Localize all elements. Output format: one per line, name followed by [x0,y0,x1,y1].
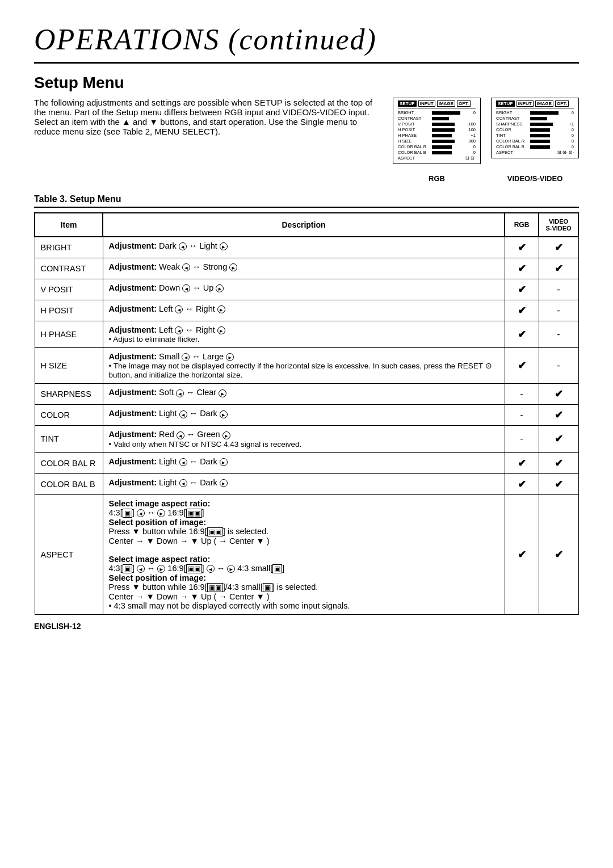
table-row: CONTRAST Adjustment: Weak ◄ ↔ Strong ► ✔… [35,258,578,279]
val-sharpness-sv: +1 [562,121,574,127]
aspect-169-icon: ▣▣ [186,509,202,518]
menu-row-colorbalb-sv: COLOR BAL B 0 [496,144,574,149]
rgb-label: RGB [393,174,481,183]
svideo-colorbalb: ✔ [539,473,578,494]
item-tint: TINT [35,426,103,452]
bar-hposit-rgb [432,128,455,132]
right-btn3: ► [227,565,235,573]
val-hposit-rgb: 100 [464,127,476,132]
rgb-menu-header: SETUP INPUT IMAGE OPT. [398,100,476,108]
left-btn2: ◄ [137,565,145,573]
bar-hphase-rgb [432,134,452,137]
left-btn: ◄ [179,410,187,418]
aspect-sv-pos-text: Press ▼ button while 16:9[▣▣]/4:3 small[… [109,582,318,592]
label-tint-sv: TINT [496,133,530,138]
svideo-label: VIDEO/S-VIDEO [491,174,579,183]
svideo-hsize: - [539,348,578,384]
right-btn: ► [220,479,228,487]
bar-colorbalr-rgb [432,145,452,149]
rgb-vposit: ✔ [505,279,539,300]
label-colorbalb-rgb: COLOR BAL B [398,150,432,155]
item-hsize: H SIZE [35,348,103,384]
intro-area: The following adjustments and settings a… [34,98,579,183]
desc-hsize: Adjustment: Small ◄ ↔ Large ► • The imag… [103,348,505,384]
left-btn: ◄ [179,479,187,487]
svideo-tint: ✔ [539,426,578,452]
bar-contrast-sv [530,117,547,120]
hphase-sub: • Adjust to eliminate flicker. [109,335,200,343]
menu-row-aspect-rgb: ASPECT ⊡ ⊡· [398,156,476,161]
bar-tint-sv [530,134,550,137]
item-sharpness: SHARPNESS [35,384,103,405]
svideo-menu-header: SETUP INPUT IMAGE OPT. [496,100,574,108]
left-btn3: ◄ [207,565,215,573]
val-colorbalr-sv: 0 [562,139,574,144]
menu-row-color-sv: COLOR 0 [496,127,574,132]
label-colorbalb-sv: COLOR BAL B [496,144,530,149]
label-aspect-rgb: ASPECT [398,156,432,161]
desc-tint: Adjustment: Red ◄ ↔ Green ► • Valid only… [103,426,505,452]
label-color-sv: COLOR [496,127,530,132]
left-btn: ◄ [137,509,145,517]
table-row: H PHASE Adjustment: Left ◄ ↔ Right ► • A… [35,321,578,348]
svideo-sharpness: ✔ [539,384,578,405]
table-title: Table 3. Setup Menu [34,194,579,208]
table-row: SHARPNESS Adjustment: Soft ◄ ↔ Clear ► -… [35,384,578,405]
menu-labels: RGB VIDEO/S-VIDEO [393,174,579,183]
table-row: ASPECT Select image aspect ratio: 4:3[▣]… [35,494,578,615]
right-btn: ► [157,509,165,517]
left-btn: ◄ [177,431,184,439]
page-title: OPERATIONS (continued) [34,23,579,56]
rgb-menu-box: SETUP INPUT IMAGE OPT. BRIGHT 0 CONTRAST… [393,98,481,164]
right-btn: ► [217,326,225,334]
menu-row-colorbalb-rgb: COLOR BAL B 0 [398,150,476,155]
tab-opt-rgb: OPT. [457,100,471,107]
svideo-aspect: ✔ [539,494,578,615]
menu-images-row: SETUP INPUT IMAGE OPT. BRIGHT 0 CONTRAST… [393,98,579,164]
label-colorbalr-sv: COLOR BAL R [496,139,530,144]
tab-setup-sv: SETUP [496,100,515,107]
svideo-hposit: - [539,300,578,321]
aspect-169b-icon: ▣▣ [186,564,202,573]
rgb-hposit: ✔ [505,300,539,321]
intro-text: The following adjustments and settings a… [34,98,376,136]
col-header-svideo: VIDEOS-VIDEO [539,213,578,237]
left-btn: ◄ [182,353,190,361]
hsize-sub: • The image may not be displayed correct… [109,362,492,379]
aspect-rgb-pos-text: Press ▼ button while 16:9[▣▣] is selecte… [109,527,269,536]
right-btn: ► [219,389,226,397]
left-btn: ◄ [182,284,190,292]
aspect-sv-note: • 4:3 small may not be displayed correct… [109,601,350,610]
desc-hphase: Adjustment: Left ◄ ↔ Right ► • Adjust to… [103,321,505,348]
menu-row-aspect-sv: ASPECT ⊡ ⊡· ⊡· [496,150,574,155]
desc-aspect: Select image aspect ratio: 4:3[▣] ◄ ↔ ► … [103,494,505,615]
item-colorbalb: COLOR BAL B [35,473,103,494]
desc-color: Adjustment: Light ◄ ↔ Dark ► [103,405,505,426]
table-row: BRIGHT Adjustment: Dark ◄ ↔ Light ► ✔ ✔ [35,237,578,258]
label-contrast-sv: CONTRAST [496,116,530,121]
bar-colorbalr-sv [530,140,550,143]
item-hphase: H PHASE [35,321,103,348]
bar-contrast-rgb [432,117,449,120]
svideo-color: ✔ [539,405,578,426]
table-row: H SIZE Adjustment: Small ◄ ↔ Large ► • T… [35,348,578,384]
right-btn: ► [217,305,225,313]
desc-vposit: Adjustment: Down ◄ ↔ Up ► [103,279,505,300]
tab-opt-sv: OPT. [555,100,569,107]
desc-sharpness: Adjustment: Soft ◄ ↔ Clear ► [103,384,505,405]
svideo-menu-box: SETUP INPUT IMAGE OPT. BRIGHT 0 CONTRAST… [491,98,579,158]
left-btn: ◄ [175,326,183,334]
rgb-tint: - [505,426,539,452]
label-colorbalr-rgb: COLOR BAL R [398,144,432,149]
item-hposit: H POSIT [35,300,103,321]
right-btn2: ► [157,565,165,573]
left-btn: ◄ [182,263,190,271]
svideo-bright: ✔ [539,237,578,258]
menu-row-tint-sv: TINT 0 [496,133,574,138]
desc-hposit: Adjustment: Left ◄ ↔ Right ► [103,300,505,321]
aspect-43-icon: ▣ [123,509,132,518]
right-btn: ► [220,458,228,466]
val-bright-rgb: 0 [464,110,476,115]
val-hsize-rgb: 800 [464,139,476,144]
table-row: TINT Adjustment: Red ◄ ↔ Green ► • Valid… [35,426,578,452]
